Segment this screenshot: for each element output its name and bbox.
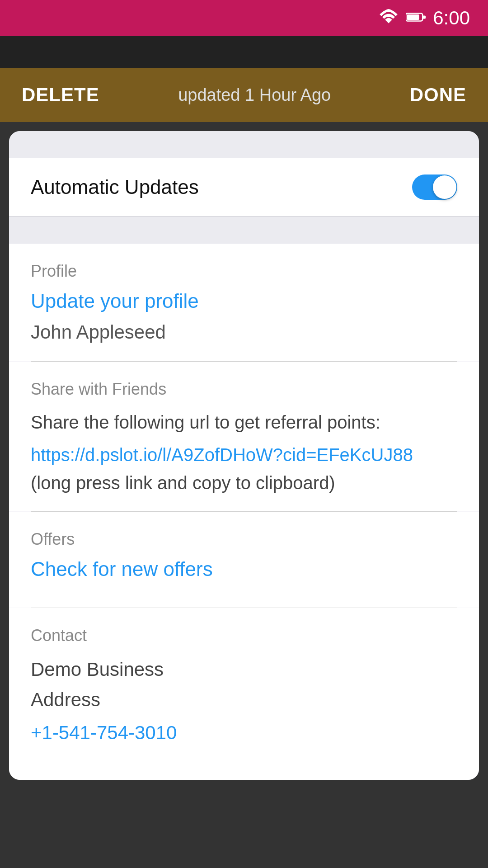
battery-icon [406,9,426,27]
svg-rect-2 [422,16,426,19]
svg-rect-1 [407,14,419,20]
share-label: Share with Friends [31,380,457,399]
update-profile-link[interactable]: Update your profile [31,290,457,312]
toggle-knob [433,175,456,199]
contact-phone[interactable]: +1-541-754-3010 [31,722,457,744]
offers-section: Offers Check for new offers [9,512,479,608]
toolbar-title: updated 1 Hour Ago [178,85,331,105]
profile-name: John Appleseed [31,321,457,343]
referral-url[interactable]: https://d.pslot.io/l/A9ZofDHoW?cid=EFeKc… [31,440,457,469]
referral-hint: (long press link and copy to clipboard) [31,473,457,493]
share-section: Share with Friends Share the following u… [9,362,479,511]
contact-label: Contact [31,626,457,645]
auto-updates-row: Automatic Updates [9,158,479,217]
main-card: Automatic Updates Profile Update your pr… [9,131,479,780]
auto-updates-toggle[interactable] [412,175,457,200]
profile-label: Profile [31,262,457,281]
offers-label: Offers [31,530,457,549]
bottom-padding [9,762,479,780]
delete-button[interactable]: DELETE [22,84,99,106]
status-time: 6:00 [433,7,470,29]
status-bar: 6:00 [0,0,488,36]
done-button[interactable]: DONE [410,84,466,106]
business-name: Demo Business [31,659,164,680]
auto-updates-label: Automatic Updates [31,176,199,198]
contact-business: Demo Business Address [31,654,457,715]
share-description: Share the following url to get referral … [31,408,457,437]
toolbar: DELETE updated 1 Hour Ago DONE [0,68,488,122]
dark-separator [0,36,488,68]
profile-section: Profile Update your profile John Applese… [9,244,479,361]
wifi-icon [379,9,399,27]
section-spacer-1 [9,217,479,244]
contact-address: Address [31,689,100,710]
check-offers-link[interactable]: Check for new offers [31,558,457,580]
top-spacer [9,131,479,158]
contact-section: Contact Demo Business Address +1-541-754… [9,608,479,762]
